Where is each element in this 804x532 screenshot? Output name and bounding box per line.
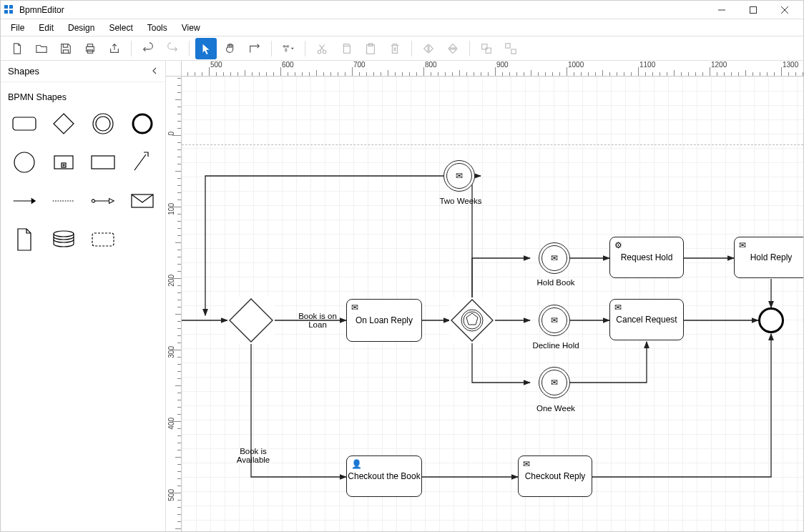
task-label: Cancel Request bbox=[616, 315, 677, 325]
canvas-area: /*labels added below*/ 50060070080090010… bbox=[166, 61, 803, 531]
redo-button[interactable] bbox=[162, 38, 183, 59]
sidebar-title: Shapes bbox=[8, 66, 39, 77]
svg-rect-23 bbox=[482, 44, 487, 49]
group-button[interactable] bbox=[476, 38, 497, 59]
shape-data-store[interactable] bbox=[47, 225, 79, 254]
ungroup-button[interactable] bbox=[500, 38, 521, 59]
menu-view[interactable]: View bbox=[175, 21, 207, 34]
shape-text-annotation[interactable] bbox=[126, 148, 158, 177]
shape-subprocess[interactable] bbox=[47, 148, 79, 177]
svg-rect-2 bbox=[4, 10, 8, 14]
task-label: On Loan Reply bbox=[356, 315, 413, 325]
delete-button[interactable] bbox=[384, 38, 406, 59]
sidebar: Shapes BPMN Shapes bbox=[1, 61, 166, 531]
shape-start-event[interactable] bbox=[8, 148, 40, 177]
export-button[interactable] bbox=[104, 38, 125, 59]
shape-task[interactable] bbox=[8, 109, 40, 138]
svg-point-29 bbox=[96, 117, 110, 131]
separator bbox=[469, 41, 470, 56]
envelope-icon: ✉ bbox=[551, 378, 558, 388]
message-icon: ✉ bbox=[523, 459, 530, 469]
event-decline-hold[interactable]: ✉ bbox=[539, 305, 570, 336]
shape-group[interactable] bbox=[87, 225, 119, 254]
shape-gateway[interactable] bbox=[47, 109, 79, 138]
shape-association[interactable] bbox=[47, 187, 79, 215]
gateway-book-status[interactable] bbox=[227, 297, 275, 344]
shape-intermediate-event[interactable] bbox=[87, 109, 119, 138]
new-button[interactable] bbox=[6, 38, 28, 59]
pan-tool[interactable] bbox=[220, 38, 241, 59]
task-cancel-request[interactable]: ✉ Cancel Request bbox=[609, 299, 684, 340]
svg-rect-3 bbox=[9, 10, 13, 14]
svg-rect-20 bbox=[343, 46, 350, 53]
print-button[interactable] bbox=[79, 38, 101, 59]
shape-rectangle[interactable] bbox=[87, 148, 119, 177]
svg-point-31 bbox=[14, 152, 34, 172]
shape-data-object[interactable] bbox=[8, 225, 40, 254]
shape-end-event[interactable] bbox=[126, 109, 158, 138]
svg-rect-25 bbox=[506, 43, 510, 47]
separator bbox=[411, 41, 412, 56]
copy-button[interactable] bbox=[335, 38, 357, 59]
menu-edit[interactable]: Edit bbox=[31, 21, 61, 34]
envelope-icon: ✉ bbox=[551, 315, 558, 325]
task-hold-reply[interactable]: ✉ Hold Reply bbox=[734, 237, 803, 278]
task-on-loan-reply[interactable]: ✉ On Loan Reply bbox=[346, 299, 422, 342]
minimize-button[interactable] bbox=[706, 1, 737, 19]
menu-select[interactable]: Select bbox=[102, 21, 139, 34]
titlebar: BpmnEditor bbox=[1, 1, 803, 19]
paste-button[interactable] bbox=[360, 38, 381, 59]
svg-line-19 bbox=[319, 44, 323, 50]
separator bbox=[189, 41, 190, 56]
bpmn-diagram: Book is on Loan ✉ On Loan Reply bbox=[182, 77, 803, 531]
svg-point-42 bbox=[54, 231, 74, 237]
menu-tools[interactable]: Tools bbox=[140, 21, 175, 34]
menu-file[interactable]: File bbox=[4, 21, 31, 34]
svg-point-16 bbox=[318, 50, 321, 54]
maximize-button[interactable] bbox=[737, 1, 769, 19]
separator bbox=[305, 41, 305, 56]
separator bbox=[131, 41, 132, 56]
shape-sequence-flow[interactable] bbox=[8, 187, 40, 215]
diagram-canvas[interactable]: Book is on Loan ✉ On Loan Reply bbox=[182, 77, 803, 531]
pointer-tool[interactable] bbox=[195, 38, 217, 59]
gateway-event-based[interactable] bbox=[449, 297, 495, 343]
message-icon: ✉ bbox=[351, 302, 358, 312]
edge-label-on-loan: Book is on Loan bbox=[293, 312, 343, 329]
task-checkout-reply[interactable]: ✉ Checkout Reply bbox=[518, 455, 592, 497]
open-button[interactable] bbox=[31, 38, 52, 59]
toolbar bbox=[1, 36, 803, 61]
close-button[interactable] bbox=[769, 1, 800, 19]
event-label-hold-book: Hold Book bbox=[532, 278, 579, 287]
shape-message-flow[interactable] bbox=[87, 187, 119, 215]
svg-line-18 bbox=[320, 44, 324, 50]
undo-button[interactable] bbox=[137, 38, 159, 59]
task-request-hold[interactable]: ⚙ Request Hold bbox=[609, 237, 684, 278]
separator bbox=[271, 41, 272, 56]
align-dropdown[interactable] bbox=[278, 38, 299, 59]
flip-horizontal-button[interactable] bbox=[418, 38, 439, 59]
shape-palette bbox=[8, 109, 158, 254]
save-button[interactable] bbox=[55, 38, 77, 59]
shape-message[interactable] bbox=[126, 187, 158, 215]
svg-point-30 bbox=[133, 114, 152, 133]
svg-point-39 bbox=[92, 200, 94, 202]
svg-rect-24 bbox=[486, 48, 491, 53]
task-checkout-book[interactable]: 👤 Checkout the Book bbox=[346, 455, 422, 497]
task-label: Checkout Reply bbox=[525, 471, 586, 481]
menu-design[interactable]: Design bbox=[61, 21, 102, 34]
svg-rect-26 bbox=[511, 49, 516, 53]
task-label: Checkout the Book bbox=[348, 471, 420, 481]
event-hold-book[interactable]: ✉ bbox=[539, 242, 570, 274]
cut-button[interactable] bbox=[311, 38, 333, 59]
event-one-week[interactable]: ✉ bbox=[539, 367, 570, 398]
svg-point-17 bbox=[323, 50, 326, 54]
event-two-weeks[interactable]: ✉ bbox=[443, 160, 475, 192]
flip-vertical-button[interactable] bbox=[442, 38, 464, 59]
collapse-sidebar-icon[interactable] bbox=[151, 66, 158, 77]
sidebar-header: Shapes bbox=[1, 61, 165, 82]
connector-tool[interactable] bbox=[244, 38, 265, 59]
end-event[interactable] bbox=[758, 307, 784, 333]
event-label-one-week: One Week bbox=[532, 404, 579, 413]
sidebar-content: BPMN Shapes bbox=[1, 82, 165, 261]
